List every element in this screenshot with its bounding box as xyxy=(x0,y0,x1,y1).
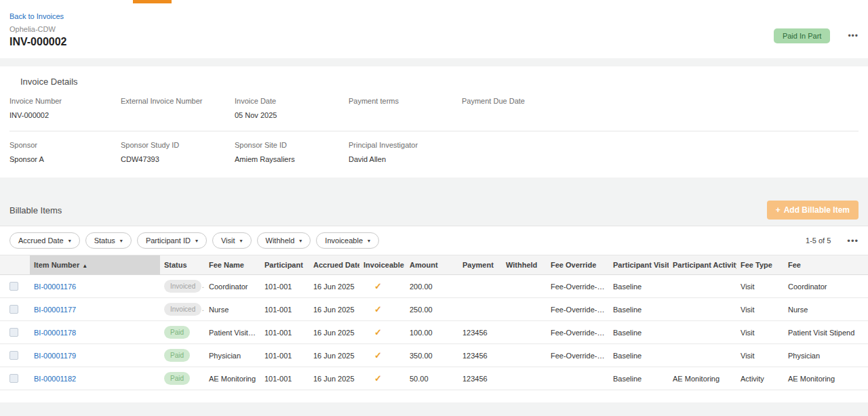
cell-withheld xyxy=(502,367,547,390)
table-row: BI-00001178 Paid Patient Visit Stipend 1… xyxy=(0,321,868,344)
billable-items-table: Item Number▲ Status Fee Name Participant… xyxy=(0,255,868,390)
cell-participant-visit: Baseline xyxy=(609,367,669,390)
col-fee-override[interactable]: Fee Override xyxy=(547,255,609,275)
cell-withheld xyxy=(502,344,547,367)
col-invoiceable[interactable]: Invoiceable xyxy=(359,255,406,275)
invoice-details-heading: Invoice Details xyxy=(20,77,859,87)
cell-fee-name: Patient Visit Stipend xyxy=(205,321,260,344)
row-checkbox[interactable] xyxy=(9,305,18,314)
filter-status[interactable]: Status ▾ xyxy=(85,232,132,249)
field-value xyxy=(121,111,235,120)
divider xyxy=(9,131,859,131)
cell-accrued-date: 16 Jun 2025 xyxy=(309,344,359,367)
cell-withheld xyxy=(502,298,547,321)
col-participant[interactable]: Participant xyxy=(260,255,309,275)
field-value xyxy=(349,111,462,120)
filter-label: Visit xyxy=(221,236,235,245)
chevron-down-icon: ▾ xyxy=(195,238,198,244)
cell-fee: Coordinator xyxy=(784,275,868,298)
row-status-badge: Invoiced xyxy=(164,303,201,316)
field-sponsor: Sponsor Sponsor A xyxy=(9,141,121,164)
row-checkbox[interactable] xyxy=(9,282,18,291)
col-payment[interactable]: Payment xyxy=(458,255,502,275)
row-checkbox[interactable] xyxy=(9,351,18,360)
cell-participant-visit: Baseline xyxy=(609,344,669,367)
table-menu-button[interactable]: ••• xyxy=(847,236,859,246)
item-number-link[interactable]: BI-00001177 xyxy=(34,306,76,314)
cell-accrued-date: 16 Jun 2025 xyxy=(309,275,359,298)
add-billable-item-button[interactable]: + Add Billable Item xyxy=(767,201,859,220)
row-checkbox[interactable] xyxy=(9,374,18,383)
cell-participant-activity: AE Monitoring xyxy=(669,367,736,390)
ellipsis-icon: ••• xyxy=(847,236,859,246)
field-label: Payment Due Date xyxy=(462,97,859,105)
filter-invoiceable[interactable]: Invoiceable ▾ xyxy=(316,232,379,249)
filter-label: Status xyxy=(94,236,115,245)
field-principal-investigator: Principal Investigator David Allen xyxy=(349,141,462,164)
cell-amount: 50.00 xyxy=(406,367,458,390)
col-fee-type[interactable]: Fee Type xyxy=(736,255,784,275)
cell-participant: 101-001 xyxy=(260,367,309,390)
row-status-badge: Paid xyxy=(164,326,190,339)
invoice-details-card: Invoice Details Invoice Number INV-00000… xyxy=(0,66,868,178)
field-label: Payment terms xyxy=(349,97,462,105)
row-checkbox[interactable] xyxy=(9,328,18,337)
cell-participant: 101-001 xyxy=(260,298,309,321)
col-amount[interactable]: Amount xyxy=(406,255,458,275)
col-participant-activity[interactable]: Participant Activity xyxy=(669,255,736,275)
field-value: 05 Nov 2025 xyxy=(235,111,349,120)
field-value xyxy=(462,111,859,120)
add-billable-item-label: Add Billable Item xyxy=(784,205,850,215)
item-number-link[interactable]: BI-00001179 xyxy=(34,352,76,360)
col-select xyxy=(0,255,30,275)
field-sponsor-study-id: Sponsor Study ID CDW47393 xyxy=(121,141,235,164)
col-item-number[interactable]: Item Number▲ xyxy=(30,255,160,275)
cell-participant: 101-001 xyxy=(260,344,309,367)
table-header-row: Item Number▲ Status Fee Name Participant… xyxy=(0,255,868,275)
billable-items-heading: Billable Items xyxy=(9,205,62,215)
more-actions-button[interactable]: ••• xyxy=(848,31,859,41)
col-accrued-date[interactable]: Accrued Date xyxy=(309,255,359,275)
item-number-link[interactable]: BI-00001178 xyxy=(34,329,76,337)
cell-participant-visit: Baseline xyxy=(609,321,669,344)
cell-amount: 250.00 xyxy=(406,298,458,321)
cell-participant: 101-001 xyxy=(260,275,309,298)
cell-participant-activity xyxy=(669,275,736,298)
field-label: Invoice Date xyxy=(235,97,349,105)
field-sponsor-site-id: Sponsor Site ID Amiem Raysaliers xyxy=(235,141,349,164)
col-fee[interactable]: Fee xyxy=(784,255,868,275)
back-to-invoices-link[interactable]: Back to Invoices xyxy=(9,12,64,20)
check-icon: ✓ xyxy=(374,281,382,291)
col-fee-name[interactable]: Fee Name xyxy=(205,255,260,275)
cell-fee-override: Fee-Override-0011 xyxy=(547,298,609,321)
field-value: David Allen xyxy=(349,155,462,164)
row-status-badge: Paid xyxy=(164,372,190,385)
table-row: BI-00001176 Invoiced Coordinator 101-001… xyxy=(0,275,868,298)
col-withheld[interactable]: Withheld xyxy=(502,255,547,275)
item-number-link[interactable]: BI-00001176 xyxy=(34,283,76,291)
cell-amount: 350.00 xyxy=(406,344,458,367)
cell-participant-visit: Baseline xyxy=(609,298,669,321)
filter-withheld[interactable]: Withheld ▾ xyxy=(257,232,311,249)
cell-payment xyxy=(458,298,502,321)
cell-participant-visit: Baseline xyxy=(609,275,669,298)
cell-fee: AE Monitoring xyxy=(784,367,868,390)
cell-withheld xyxy=(502,321,547,344)
item-number-link[interactable]: BI-00001182 xyxy=(34,375,76,383)
check-icon: ✓ xyxy=(374,350,382,360)
col-status[interactable]: Status xyxy=(160,255,205,275)
page-title: INV-000002 xyxy=(9,36,859,48)
filter-visit[interactable]: Visit ▾ xyxy=(212,232,252,249)
filter-label: Withheld xyxy=(266,236,295,245)
filter-participant-id[interactable]: Participant ID ▾ xyxy=(137,232,207,249)
chevron-down-icon: ▾ xyxy=(368,238,370,244)
cell-accrued-date: 16 Jun 2025 xyxy=(309,321,359,344)
table-row: BI-00001179 Paid Physician 101-001 16 Ju… xyxy=(0,344,868,367)
field-value: Sponsor A xyxy=(9,155,121,164)
cell-fee-override: Fee-Override-0011 xyxy=(547,344,609,367)
col-participant-visit[interactable]: Participant Visit xyxy=(609,255,669,275)
filter-accrued-date[interactable]: Accrued Date ▾ xyxy=(9,232,80,249)
field-label: Invoice Number xyxy=(9,97,121,105)
cell-participant: 101-001 xyxy=(260,321,309,344)
cell-payment: 123456 xyxy=(458,321,502,344)
